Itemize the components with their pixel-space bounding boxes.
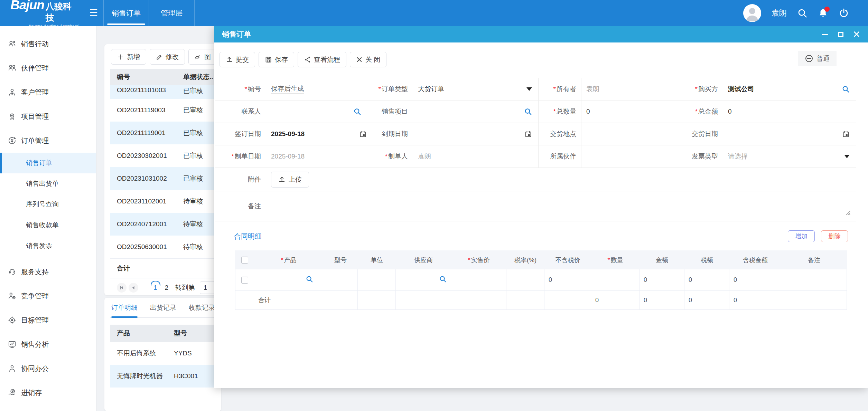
prev-page-button[interactable] — [129, 283, 138, 293]
add-row-button[interactable]: 增加 — [788, 230, 815, 242]
sidebar-item-collaboration[interactable]: 协同办公 — [0, 356, 96, 381]
tax-rate-cell[interactable] — [506, 269, 544, 291]
table-row[interactable]: OD20250630001待审核 — [110, 236, 216, 258]
sidebar-item-inventory[interactable]: 进销存 — [0, 381, 96, 405]
owner-field[interactable]: 袁朗 — [581, 78, 687, 101]
table-row[interactable]: OD20230302001已审核 — [110, 144, 216, 167]
sidebar-item-service-support[interactable]: 服务支持 — [0, 260, 96, 284]
model-cell[interactable] — [323, 269, 358, 291]
first-page-button[interactable] — [117, 283, 127, 293]
close-icon[interactable] — [853, 30, 860, 38]
sidebar-subitem-sales-invoice[interactable]: 销售发票 — [0, 236, 96, 256]
sidebar-subitem-sales-shipment[interactable]: 销售出货单 — [0, 173, 96, 194]
sidebar-item-customer-mgmt[interactable]: 客户管理 — [0, 80, 96, 104]
tax-cell[interactable]: 0 — [684, 269, 729, 291]
search-icon[interactable] — [524, 108, 532, 116]
edit-button[interactable]: 修改 — [150, 49, 185, 65]
save-button[interactable]: 保存 — [259, 52, 294, 67]
sidebar-item-partner-mgmt[interactable]: 伙伴管理 — [0, 56, 96, 80]
table-row[interactable]: OD20231102001待审核 — [110, 190, 216, 213]
row-checkbox[interactable] — [241, 277, 248, 284]
tab-receipt-records[interactable]: 收款记录 — [189, 298, 215, 318]
contact-field[interactable] — [266, 101, 373, 123]
sale-price-cell[interactable] — [451, 269, 506, 291]
tab-shipment-records[interactable]: 出货记录 — [150, 298, 176, 318]
avatar[interactable] — [743, 4, 761, 22]
table-row[interactable]: OD20240712001待审核 — [110, 213, 216, 236]
add-button[interactable]: 新增 — [111, 49, 146, 65]
unit-cell[interactable] — [358, 269, 396, 291]
sidebar-item-label: 目标管理 — [21, 316, 49, 325]
sign-date-field[interactable]: 2025-09-18 — [266, 123, 373, 145]
table-row[interactable]: OD20231031002已审核 — [110, 167, 216, 190]
table-row[interactable]: OD20211101003已审核 — [110, 85, 216, 99]
close-dialog-button[interactable]: 关 闭 — [350, 52, 386, 67]
search-icon[interactable] — [306, 275, 313, 285]
remark-textarea[interactable] — [266, 191, 856, 221]
sales-project-field[interactable] — [413, 101, 539, 123]
resize-handle-icon[interactable] — [843, 208, 851, 218]
invoice-type-select[interactable]: 请选择 — [723, 145, 856, 168]
submit-button[interactable]: 提交 — [220, 52, 255, 67]
tab-order-detail[interactable]: 订单明细 — [111, 298, 138, 318]
delete-row-button[interactable]: 删除 — [821, 230, 848, 242]
delivery-date-field[interactable] — [723, 123, 856, 145]
mode-toggle-button[interactable]: 普通 — [798, 51, 837, 66]
sidebar-subitem-label: 销售订单 — [26, 159, 52, 168]
power-icon[interactable] — [839, 8, 849, 18]
select-all-checkbox[interactable] — [241, 257, 248, 264]
create-date-field[interactable]: 2025-09-18 — [266, 145, 373, 168]
col-price-ex-tax: 不含税价 — [556, 256, 580, 264]
chart-button[interactable]: 图 — [188, 49, 217, 65]
number-field[interactable]: 保存后生成 — [266, 78, 373, 101]
product-cell[interactable] — [254, 269, 323, 291]
total-qty-field[interactable]: 0 — [581, 101, 687, 123]
table-row[interactable]: OD20211119001已审核 — [110, 122, 216, 144]
sidebar-subitem-sales-order[interactable]: 销售订单 — [0, 153, 96, 173]
search-icon[interactable] — [353, 108, 361, 116]
amount-inc-tax-cell[interactable]: 0 — [729, 269, 781, 291]
page-2[interactable]: 2 — [162, 284, 171, 291]
minimize-icon[interactable] — [821, 30, 829, 38]
sidebar-item-sales-action[interactable]: 销售行动 — [0, 32, 96, 56]
supplier-cell[interactable] — [396, 269, 451, 291]
goto-page-input[interactable] — [200, 281, 216, 294]
table-row[interactable]: OD20211119003已审核 — [110, 99, 216, 122]
sidebar-item-project-mgmt[interactable]: 项目管理 — [0, 104, 96, 128]
upload-button[interactable]: 上传 — [271, 172, 309, 188]
amount-cell[interactable]: 0 — [640, 269, 684, 291]
table-row[interactable]: 无悔牌时光机器 H3C001 — [110, 365, 216, 388]
username[interactable]: 袁朗 — [772, 8, 787, 18]
buyer-field[interactable]: 测试公司 — [723, 78, 856, 101]
sidebar-item-sales-analysis[interactable]: 销售分析 — [0, 332, 96, 356]
due-date-field[interactable] — [413, 123, 539, 145]
order-type-select[interactable]: 大货订单 — [413, 78, 539, 101]
sidebar-subitem-sales-receipt[interactable]: 销售收款单 — [0, 215, 96, 236]
qty-cell[interactable] — [591, 269, 640, 291]
notification-bell-icon[interactable] — [818, 8, 828, 18]
search-icon[interactable] — [439, 275, 447, 285]
sidebar-subitem-serial-query[interactable]: 序列号查询 — [0, 194, 96, 215]
total-amount-field[interactable]: 0 — [723, 101, 856, 123]
sidebar-item-order-mgmt[interactable]: 订单管理 — [0, 128, 96, 153]
creator-field[interactable]: 袁朗 — [413, 145, 539, 168]
tab-management[interactable]: 管理层 — [149, 0, 195, 26]
calendar-icon[interactable] — [359, 130, 367, 138]
partner-field[interactable] — [581, 145, 687, 168]
view-process-button[interactable]: 查看流程 — [298, 52, 346, 67]
price-ex-tax-cell[interactable]: 0 — [544, 269, 591, 291]
search-icon[interactable] — [797, 8, 808, 18]
table-row[interactable]: 不用后悔系统 YYDS — [110, 342, 216, 365]
search-icon[interactable] — [842, 85, 850, 93]
calendar-icon[interactable] — [842, 130, 850, 138]
sidebar-item-goal-mgmt[interactable]: 目标管理 — [0, 308, 96, 332]
remark-cell[interactable] — [781, 269, 847, 291]
hamburger-menu-icon[interactable]: ☰ — [89, 8, 98, 18]
dialog-titlebar: 销售订单 — [214, 26, 868, 42]
calendar-icon[interactable] — [524, 130, 532, 138]
maximize-icon[interactable] — [837, 30, 844, 38]
page-1[interactable]: 1 — [151, 284, 160, 291]
sidebar-item-competition-mgmt[interactable]: 竞争管理 — [0, 284, 96, 308]
delivery-place-field[interactable] — [581, 123, 687, 145]
tab-sales-order[interactable]: 销售订单 — [103, 0, 149, 26]
